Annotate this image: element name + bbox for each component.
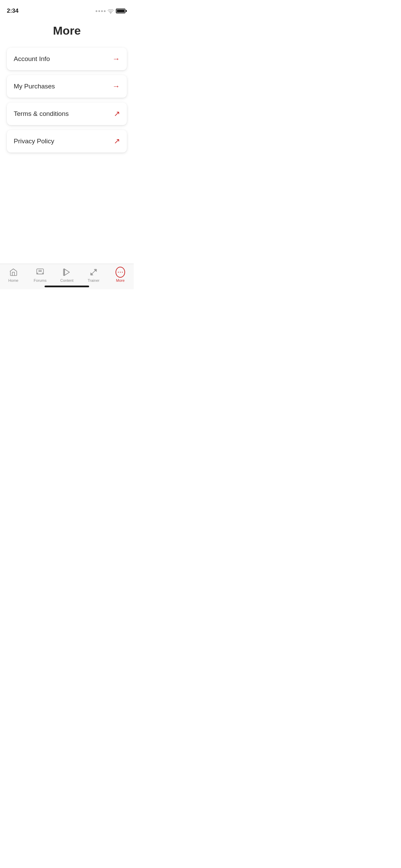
svg-point-0	[110, 13, 111, 13]
tab-forums-label: Forums	[34, 278, 46, 282]
arrow-right-icon	[112, 55, 120, 63]
tab-trainer[interactable]: Trainer	[83, 267, 104, 282]
tab-home[interactable]: Home	[3, 267, 24, 282]
svg-point-12	[120, 272, 121, 273]
menu-item-privacy-policy[interactable]: Privacy Policy	[7, 130, 127, 153]
arrow-external-icon	[114, 137, 120, 145]
menu-item-account-info[interactable]: Account Info	[7, 48, 127, 70]
content-icon	[62, 267, 72, 277]
menu-item-my-purchases[interactable]: My Purchases	[7, 75, 127, 98]
status-icons	[96, 9, 127, 13]
svg-marker-4	[64, 269, 69, 276]
status-bar: 2:34	[0, 0, 134, 17]
menu-item-terms-conditions[interactable]: Terms & conditions	[7, 103, 127, 125]
arrow-right-icon	[112, 83, 120, 90]
menu-item-my-purchases-label: My Purchases	[14, 83, 55, 90]
battery-icon	[116, 9, 127, 13]
more-icon	[116, 267, 125, 277]
arrow-external-icon	[114, 110, 120, 118]
signal-icon	[96, 10, 106, 12]
forums-icon	[35, 267, 45, 277]
svg-point-13	[122, 272, 123, 273]
menu-item-account-info-label: Account Info	[14, 55, 50, 63]
menu-item-privacy-policy-label: Privacy Policy	[14, 137, 54, 145]
tab-home-label: Home	[8, 278, 18, 282]
home-icon	[9, 267, 18, 277]
tab-more-label: More	[116, 278, 124, 282]
status-time: 2:34	[7, 8, 19, 14]
tab-forums[interactable]: Forums	[30, 267, 50, 282]
trainer-icon	[89, 267, 98, 277]
tab-more[interactable]: More	[110, 267, 131, 282]
wifi-icon	[108, 9, 114, 13]
menu-list: Account Info My Purchases Terms & condit…	[0, 48, 134, 153]
tab-content[interactable]: Content	[57, 267, 77, 282]
page-title: More	[0, 24, 134, 37]
svg-point-11	[118, 272, 119, 273]
menu-item-terms-conditions-label: Terms & conditions	[14, 110, 69, 118]
home-indicator	[45, 286, 89, 287]
tab-content-label: Content	[60, 278, 74, 282]
tab-trainer-label: Trainer	[88, 278, 99, 282]
